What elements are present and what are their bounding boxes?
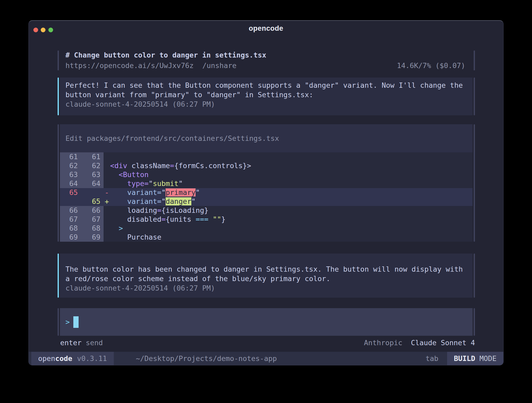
diff-row: 65- variant="primary" bbox=[60, 188, 473, 197]
app-name-code: code bbox=[55, 354, 72, 363]
context-stats: 14.6K/7% ($0.07) bbox=[397, 61, 473, 70]
session-title: # Change button color to danger in setti… bbox=[65, 50, 266, 60]
text-cursor bbox=[73, 316, 79, 328]
app-name-open: open bbox=[38, 354, 55, 363]
input-right-rail bbox=[474, 308, 475, 336]
message-meta: claude-sonnet-4-20250514 (06:27 PM) bbox=[65, 283, 467, 293]
diff-row: 6666 loading={isLoading} bbox=[60, 206, 473, 215]
message-text-line: button variant from "primary" to "danger… bbox=[65, 90, 467, 100]
assistant-message: Perfect! I can see that the Button compo… bbox=[58, 78, 475, 115]
header-left-rail bbox=[58, 50, 59, 70]
card-right-rail bbox=[474, 124, 475, 242]
provider-label: Anthropic bbox=[364, 339, 402, 347]
title-bar: opencode bbox=[29, 21, 503, 36]
message-text-line: a red/rose color scheme instead of the b… bbox=[65, 274, 467, 283]
diff-row: 6161 bbox=[60, 152, 473, 161]
message-accent-rail bbox=[58, 78, 59, 115]
enter-key-hint: enter bbox=[60, 338, 81, 348]
app-version: v0.3.11 bbox=[77, 354, 107, 363]
prompt-input[interactable]: > bbox=[60, 308, 473, 336]
diff-row: 6969 Purchase bbox=[60, 233, 473, 242]
send-action-hint: send bbox=[86, 338, 103, 348]
edit-card-title: Edit packages/frontend/src/containers/Se… bbox=[65, 134, 279, 142]
app-version-segment: opencode v0.3.11 bbox=[31, 352, 114, 365]
header-right-rail bbox=[474, 50, 475, 70]
working-directory: ~/Desktop/Projects/demo-notes-app bbox=[136, 354, 277, 363]
zoom-window-button[interactable] bbox=[48, 28, 53, 32]
message-text-line: Perfect! I can see that the Button compo… bbox=[65, 81, 467, 90]
app-window: opencode # Change button color to danger… bbox=[28, 20, 504, 365]
diff-row: 6868 > bbox=[60, 224, 473, 233]
diff-row: 65+ variant="danger" bbox=[60, 197, 473, 206]
diff-row: 6262<div className={formCs.controls}> bbox=[60, 161, 473, 170]
mode-name: BUILD bbox=[454, 354, 475, 363]
model-label: Claude Sonnet 4 bbox=[411, 339, 475, 347]
diff-row: 6363 <Button bbox=[60, 170, 473, 179]
message-text-line: The button color has been changed to dan… bbox=[65, 265, 467, 274]
message-accent-rail bbox=[58, 254, 59, 298]
card-left-rail bbox=[58, 124, 59, 242]
prompt-symbol: > bbox=[65, 318, 70, 326]
minimize-window-button[interactable] bbox=[41, 28, 45, 32]
diff-row: 6767 disabled={units === ""} bbox=[60, 215, 473, 224]
unshare-command[interactable]: /unshare bbox=[202, 61, 237, 70]
input-left-rail bbox=[58, 308, 59, 336]
diff-body: 61616262<div className={formCs.controls}… bbox=[60, 152, 473, 242]
footer-hints: enter send Anthropic Claude Sonnet 4 bbox=[60, 338, 475, 348]
tab-key-hint: tab bbox=[426, 354, 438, 363]
message-meta: claude-sonnet-4-20250514 (06:27 PM) bbox=[65, 100, 467, 109]
status-bar: opencode v0.3.11 ~/Desktop/Projects/demo… bbox=[29, 352, 503, 365]
prompt-input-block: > bbox=[58, 308, 475, 336]
assistant-message: The button color has been changed to dan… bbox=[58, 254, 475, 298]
message-right-rail bbox=[474, 254, 475, 298]
mode-badge[interactable]: BUILD MODE bbox=[446, 352, 503, 365]
diff-row: 6464 type="submit" bbox=[60, 179, 473, 188]
window-title: opencode bbox=[249, 24, 283, 33]
message-right-rail bbox=[474, 78, 475, 115]
close-window-button[interactable] bbox=[33, 28, 38, 32]
mode-suffix: MODE bbox=[479, 354, 497, 363]
edit-tool-card: Edit packages/frontend/src/containers/Se… bbox=[58, 124, 475, 242]
session-header: # Change button color to danger in setti… bbox=[58, 50, 475, 70]
share-url[interactable]: https://opencode.ai/s/UwJxv76z bbox=[65, 61, 194, 70]
